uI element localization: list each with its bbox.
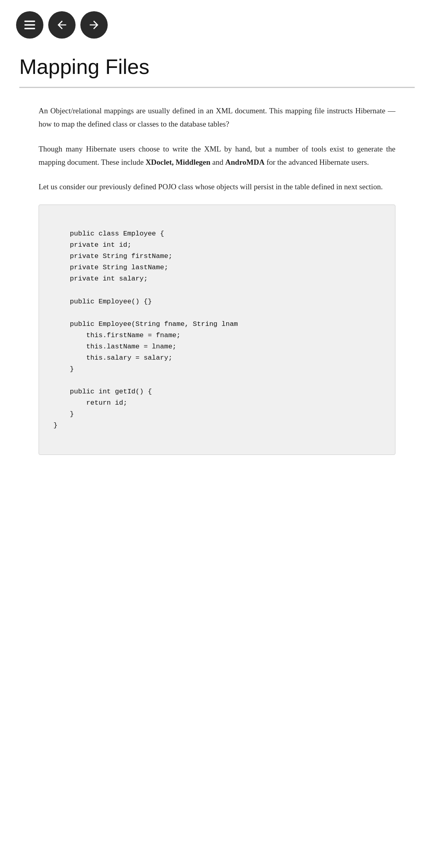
page-header: Mapping Files: [0, 47, 434, 83]
page-title: Mapping Files: [19, 55, 415, 79]
forward-arrow-icon: [88, 18, 100, 31]
header-divider: [19, 87, 415, 88]
svg-rect-1: [25, 24, 35, 25]
svg-rect-0: [25, 20, 35, 22]
back-arrow-icon: [55, 18, 68, 31]
menu-button[interactable]: [16, 11, 43, 39]
paragraph-1-text: An Object/relational mappings are usuall…: [39, 106, 395, 128]
menu-icon: [23, 18, 36, 31]
paragraph-3-text: Let us consider our previously defined P…: [39, 182, 383, 191]
paragraph-2-part2: for the advanced Hibernate users.: [264, 158, 369, 166]
forward-button[interactable]: [80, 11, 108, 39]
paragraph-1: An Object/relational mappings are usuall…: [39, 104, 395, 131]
xdoclet-middlegen-bold: XDoclet, Middlegen: [145, 158, 210, 166]
main-content: An Object/relational mappings are usuall…: [0, 100, 434, 471]
paragraph-2: Though many Hibernate users choose to wr…: [39, 142, 395, 169]
andromda-bold: AndroMDA: [225, 158, 265, 166]
svg-rect-2: [25, 28, 35, 29]
paragraph-2-and: and: [211, 158, 225, 166]
paragraph-3: Let us consider our previously defined P…: [39, 180, 395, 193]
top-nav-bar: [0, 0, 434, 47]
back-button[interactable]: [48, 11, 76, 39]
code-block[interactable]: public class Employee { private int id; …: [39, 205, 395, 455]
code-content: public class Employee { private int id; …: [53, 230, 238, 429]
